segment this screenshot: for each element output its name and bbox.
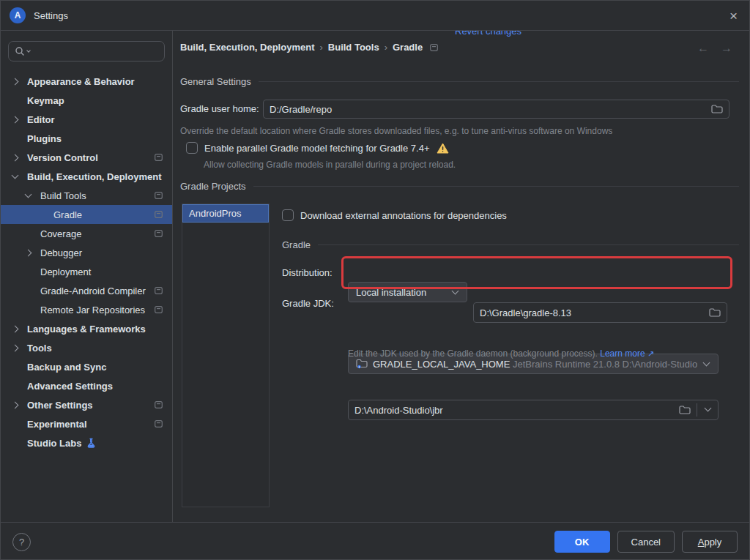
chevron-down-icon (703, 359, 710, 367)
general-settings-section: General Settings (180, 76, 739, 87)
sidebar-item-build-tools[interactable]: Build Tools (1, 186, 172, 205)
sidebar-item-gradle-android-compiler[interactable]: Gradle-Android Compiler (1, 281, 172, 300)
apply-button[interactable]: Apply (682, 531, 738, 553)
distribution-dropdown[interactable]: Local installation (348, 282, 467, 302)
sidebar-item-plugins[interactable]: Plugins (1, 129, 172, 148)
gradle-jdk-label: Gradle JDK: (282, 298, 334, 309)
search-input[interactable] (8, 41, 165, 61)
sidebar-item-languages-frameworks[interactable]: Languages & Frameworks (1, 319, 172, 338)
sidebar-item-coverage[interactable]: Coverage (1, 224, 172, 243)
chevron-slot (12, 117, 27, 122)
sidebar-item-keymap[interactable]: Keymap (1, 91, 172, 110)
annotations-row: Download external annotations for depend… (282, 209, 507, 221)
forward-arrow-icon[interactable]: → (721, 42, 732, 55)
sidebar-item-remote-jar-repositories[interactable]: Remote Jar Repositories (1, 300, 172, 319)
gradle-jdk-value: GRADLE_LOCAL_JAVA_HOME JetBrains Runtime… (373, 359, 697, 370)
breadcrumb-item[interactable]: Build, Execution, Deployment (180, 42, 314, 53)
sidebar-item-label: Studio Labs (27, 438, 81, 449)
sidebar-item-deployment[interactable]: Deployment (1, 262, 172, 281)
chevron-right-icon[interactable] (12, 344, 19, 351)
close-icon[interactable]: × (729, 9, 738, 23)
annotations-label: Download external annotations for depend… (300, 210, 507, 221)
chevron-right-icon[interactable] (25, 249, 32, 256)
warning-icon (437, 143, 449, 154)
chevron-down-icon[interactable] (705, 405, 712, 412)
modified-setting-icon (155, 192, 163, 199)
project-item-androidpros[interactable]: AndroidPros (182, 204, 269, 223)
chevron-slot (12, 175, 27, 178)
chevron-right-icon[interactable] (12, 325, 19, 332)
sidebar-item-tools[interactable]: Tools (1, 338, 172, 357)
section-title: Gradle (282, 239, 311, 250)
chevron-right-icon[interactable] (12, 401, 19, 408)
sidebar-item-version-control[interactable]: Version Control (1, 148, 172, 167)
settings-window: A Settings × Appearance & BehaviorKeymap… (0, 0, 750, 560)
modified-setting-icon (155, 230, 163, 237)
sidebar-item-appearance-behavior[interactable]: Appearance & Behavior (1, 72, 172, 91)
sidebar-item-studio-labs[interactable]: Studio Labs (1, 433, 172, 452)
chevron-right-icon[interactable] (12, 116, 19, 123)
history-nav: ← → (697, 42, 732, 55)
gradle-projects-section: Gradle Projects (180, 181, 739, 192)
sidebar-item-label: Plugins (27, 133, 62, 144)
distribution-path-input[interactable]: D:\Gradle\gradle-8.13 (473, 302, 727, 323)
learn-more-link[interactable]: Learn more (600, 348, 645, 359)
sidebar-item-backup-and-sync[interactable]: Backup and Sync (1, 357, 172, 376)
gradle-user-home-value: D:/Gradle/repo (270, 104, 332, 115)
sidebar-item-label: Backup and Sync (27, 362, 106, 373)
gradle-user-home-input[interactable]: D:/Gradle/repo (263, 100, 729, 119)
chevron-right-icon[interactable] (12, 78, 19, 85)
modified-setting-icon (155, 401, 163, 408)
breadcrumb-item[interactable]: Gradle (393, 42, 423, 53)
sidebar-item-gradle[interactable]: Gradle (1, 205, 172, 224)
parallel-fetching-checkbox[interactable] (186, 142, 198, 154)
gradle-user-home-label: Gradle user home: (180, 103, 259, 114)
sidebar-item-label: Tools (27, 343, 52, 354)
sidebar-item-label: Coverage (40, 228, 81, 239)
external-link-icon: ↗ (647, 349, 654, 358)
cancel-button[interactable]: Cancel (617, 531, 675, 553)
distribution-path-value: D:\Gradle\gradle-8.13 (480, 307, 571, 318)
sidebar-item-other-settings[interactable]: Other Settings (1, 395, 172, 414)
sidebar-item-label: Remote Jar Repositories (40, 305, 145, 316)
sidebar-item-label: Editor (27, 114, 55, 125)
jdk-hint-row: Edit the JDK used by the Gradle daemon (… (348, 348, 654, 359)
gradle-projects-list: AndroidPros (182, 204, 270, 507)
chevron-down-icon[interactable] (25, 191, 32, 198)
revert-changes-link[interactable]: Revert changes (455, 31, 521, 37)
back-arrow-icon[interactable]: ← (697, 42, 709, 55)
breadcrumb-item[interactable]: Build Tools (328, 42, 379, 53)
annotations-checkbox[interactable] (282, 209, 294, 221)
jdk-icon (356, 359, 368, 369)
ok-button[interactable]: OK (554, 531, 610, 553)
chevron-slot (26, 194, 40, 197)
sidebar-item-label: Advanced Settings (27, 381, 113, 392)
section-rule (253, 186, 739, 187)
sidebar-item-label: Gradle-Android Compiler (40, 285, 146, 296)
chevron-slot (12, 155, 27, 160)
parallel-fetching-hint: Allow collecting Gradle models in parall… (204, 160, 456, 170)
sidebar-item-experimental[interactable]: Experimental (1, 414, 172, 433)
section-rule (259, 81, 739, 82)
help-icon[interactable]: ? (12, 533, 31, 551)
chevron-right-icon[interactable] (12, 154, 19, 161)
titlebar: A Settings × (1, 1, 749, 31)
sidebar-item-debugger[interactable]: Debugger (1, 243, 172, 262)
sidebar-item-editor[interactable]: Editor (1, 110, 172, 129)
chevron-slot (26, 250, 40, 255)
divider (697, 403, 697, 417)
sidebar-item-label: Build Tools (40, 190, 86, 201)
folder-icon[interactable] (711, 105, 723, 114)
chevron-slot (12, 403, 27, 408)
jdk-path-input[interactable]: D:\Android-Studio\jbr (348, 400, 719, 420)
folder-icon[interactable] (679, 406, 691, 415)
sidebar-item-build-execution-deployment[interactable]: Build, Execution, Deployment (1, 167, 172, 186)
jdk-detail: JetBrains Runtime 21.0.8 D:\Android-Stud… (513, 359, 697, 370)
gradle-user-home-hint: Override the default location where Grad… (180, 126, 612, 136)
sidebar-item-advanced-settings[interactable]: Advanced Settings (1, 376, 172, 395)
android-studio-logo-icon: A (10, 7, 26, 23)
folder-icon[interactable] (709, 308, 721, 318)
search-options-chevron-icon[interactable] (26, 48, 31, 53)
chevron-down-icon[interactable] (12, 172, 19, 179)
settings-content: Revert changes Build, Execution, Deploym… (173, 31, 749, 522)
